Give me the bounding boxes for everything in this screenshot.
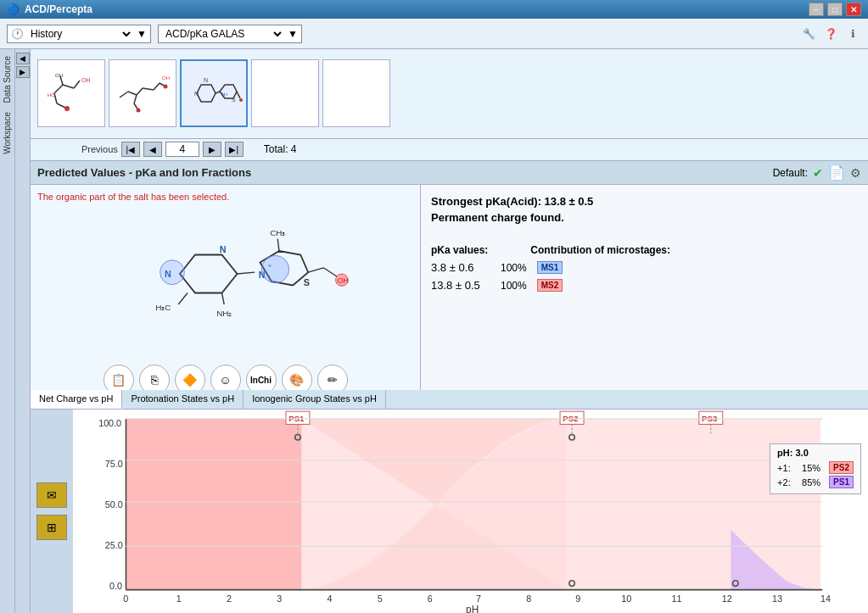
pka-percent-1: 100%: [501, 262, 527, 274]
svg-text:6: 6: [428, 593, 433, 604]
minimize-button[interactable]: ─: [809, 3, 824, 16]
sidebar-tab-workspace[interactable]: Workspace: [1, 109, 14, 158]
predicted-header-right: Default: ✔ 📄 ⚙: [773, 164, 861, 181]
svg-marker-21: [197, 85, 216, 102]
thumbnails-row: OH HO OH OH: [31, 49, 868, 139]
svg-text:S: S: [232, 97, 236, 103]
svg-text:4: 4: [327, 593, 332, 604]
first-btn[interactable]: |◀: [121, 142, 140, 157]
svg-line-45: [323, 268, 339, 278]
last-btn[interactable]: ▶|: [225, 142, 244, 157]
svg-line-13: [143, 88, 154, 90]
tab-ionogenic[interactable]: Ionogenic Group States vs pH: [244, 390, 386, 409]
svg-line-35: [221, 293, 224, 305]
pka-value-2: 13.8 ± 0.5: [431, 279, 490, 292]
check-icon[interactable]: ✔: [813, 166, 823, 180]
svg-text:CH₃: CH₃: [270, 228, 285, 237]
sidebar-tab-datasource[interactable]: Data Source: [1, 53, 14, 107]
svg-line-11: [128, 92, 137, 95]
sidebar-forward-btn[interactable]: ▶: [16, 66, 30, 78]
pdf-icon[interactable]: 📄: [828, 164, 845, 181]
content-area: OH HO OH OH: [31, 49, 868, 613]
clock-icon: 🕐: [11, 28, 24, 40]
compound-structure-3: N N S N+: [184, 64, 244, 123]
pka-area: Strongest pKa(Acid): 13.8 ± 0.5 Permanen…: [421, 185, 868, 402]
svg-text:N+: N+: [221, 92, 228, 97]
chart-main: 100.0 75.0 50.0 25.0 0.0: [73, 410, 868, 613]
svg-text:2: 2: [227, 593, 232, 604]
compound-thumbnail-3[interactable]: N N S N+: [180, 59, 248, 127]
svg-text:25.0: 25.0: [105, 540, 123, 550]
legend-percent-2: 85%: [802, 477, 826, 488]
svg-point-6: [64, 106, 70, 111]
svg-text:3: 3: [277, 593, 282, 604]
email-chart-btn[interactable]: ✉: [36, 482, 67, 508]
organic-notice: The organic part of the salt has been se…: [37, 192, 229, 202]
close-button[interactable]: ✕: [846, 3, 861, 16]
sidebar-back-btn[interactable]: ◀: [16, 53, 30, 64]
svg-point-19: [137, 109, 141, 113]
info-icon[interactable]: ℹ: [844, 25, 861, 42]
ms2-badge[interactable]: MS2: [537, 279, 563, 292]
svg-text:0.0: 0.0: [109, 581, 122, 591]
svg-text:HO: HO: [48, 92, 55, 98]
svg-text:N: N: [204, 77, 208, 83]
svg-text:9: 9: [575, 593, 580, 604]
strongest-pka: Strongest pKa(Acid): 13.8 ± 0.5: [431, 195, 858, 208]
app-icon: 🔵: [7, 3, 20, 15]
permanent-charge: Permanent charge found.: [431, 211, 858, 224]
sidebar: Data Source Workspace: [0, 49, 15, 613]
method-dropdown[interactable]: ACD/pKa GALAS ▼: [158, 25, 302, 43]
table-chart-btn[interactable]: ⊞: [36, 515, 67, 540]
svg-text:13: 13: [772, 593, 782, 604]
svg-text:OH: OH: [81, 77, 91, 83]
pka-value-1: 3.8 ± 0.6: [431, 261, 490, 274]
tab-net-charge[interactable]: Net Charge vs pH: [31, 390, 122, 409]
settings-icon[interactable]: ⚙: [850, 166, 861, 180]
svg-point-48: [261, 255, 288, 282]
svg-line-42: [277, 239, 279, 251]
svg-line-1: [63, 85, 74, 88]
svg-text:1: 1: [176, 593, 182, 604]
help-icon[interactable]: ❓: [822, 25, 839, 42]
toolbar: 🕐 History ▼ ACD/pKa GALAS ▼ 🔧 ❓ ℹ: [0, 19, 868, 49]
compound-thumbnail-1[interactable]: OH HO OH: [37, 59, 105, 127]
svg-text:50.0: 50.0: [105, 499, 123, 510]
svg-text:0: 0: [123, 593, 128, 604]
dropdown-arrow-icon: ▼: [137, 28, 147, 40]
prev-btn[interactable]: ◀: [143, 142, 162, 157]
ms1-badge[interactable]: MS1: [537, 261, 563, 274]
svg-text:OH: OH: [337, 276, 349, 285]
molecule-display: N N H₃C NH₂ S: [64, 205, 387, 358]
svg-point-18: [164, 85, 168, 89]
svg-text:S: S: [303, 277, 309, 287]
pka-row-2: 13.8 ± 0.5 100% MS2: [431, 279, 858, 292]
legend-row-1: +1: 15% PS2: [777, 461, 854, 474]
legend-charge-2: +2:: [777, 477, 798, 488]
current-compound-input[interactable]: 4: [165, 142, 199, 157]
svg-text:11: 11: [671, 593, 681, 604]
next-btn[interactable]: ▶: [203, 142, 221, 157]
method-select[interactable]: ACD/pKa GALAS: [162, 27, 284, 41]
svg-line-12: [137, 88, 143, 95]
history-dropdown[interactable]: 🕐 History ▼: [7, 25, 151, 43]
tab-protonation[interactable]: Protonation States vs pH: [122, 390, 244, 409]
maximize-button[interactable]: □: [827, 3, 843, 16]
predicted-header: Predicted Values - pKa and Ion Fractions…: [31, 161, 868, 185]
pka-row-1: 3.8 ± 0.6 100% MS1: [431, 261, 858, 274]
wrench-icon[interactable]: 🔧: [800, 25, 817, 42]
title-bar-left: 🔵 ACD/Percepta: [7, 3, 92, 15]
history-select[interactable]: History: [27, 27, 133, 41]
compound-thumbnail-2[interactable]: OH: [109, 59, 176, 127]
toolbar-icons: 🔧 ❓ ℹ: [800, 25, 861, 42]
default-label: Default:: [773, 167, 808, 179]
compound-structure-2: OH: [113, 64, 172, 123]
ps1-legend-badge[interactable]: PS1: [829, 476, 854, 488]
svg-line-33: [178, 293, 188, 305]
svg-text:OH: OH: [55, 73, 63, 78]
compound-thumbnail-5[interactable]: [322, 59, 390, 127]
compound-thumbnail-4[interactable]: [251, 59, 319, 127]
ps2-legend-badge[interactable]: PS2: [829, 461, 854, 474]
svg-text:pH: pH: [466, 604, 479, 613]
sidebar-nav: ◀ ▶: [15, 49, 31, 613]
